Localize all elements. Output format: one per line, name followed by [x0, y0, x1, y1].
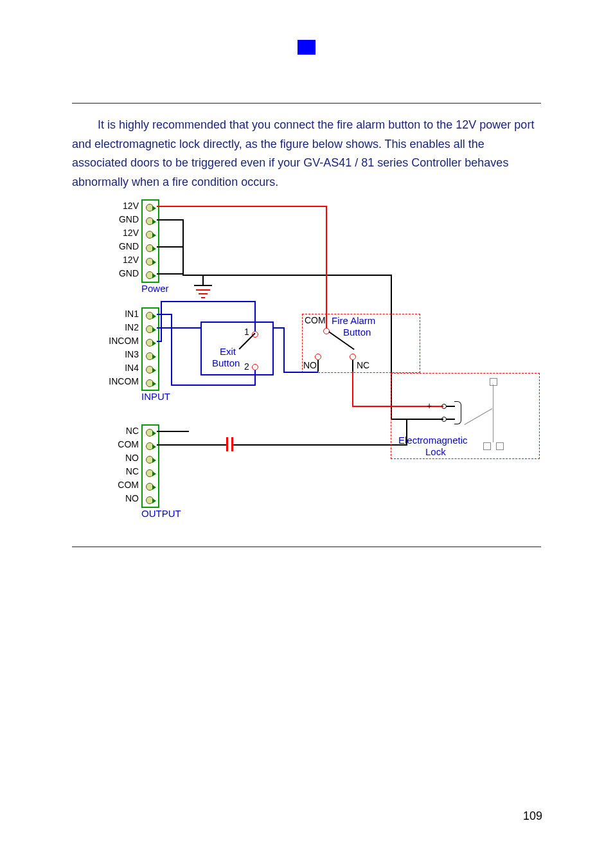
em-lock-minus: -: [427, 413, 430, 424]
power-block-label: Power: [141, 283, 169, 294]
input-pin-in3: IN3: [100, 349, 139, 359]
exit-button-label-1: Exit: [220, 346, 236, 357]
em-lock-box: [391, 373, 540, 459]
em-lock-plus: +: [427, 401, 432, 411]
power-pin-gnd-3: GND: [100, 268, 139, 278]
rule-top: [72, 103, 541, 104]
fire-alarm-label-1: Fire Alarm: [332, 315, 375, 326]
chapter-number: 4: [320, 37, 327, 52]
chapter-badge: [298, 40, 315, 55]
output-pin-nc-2: NC: [100, 466, 139, 476]
input-terminal-block: [141, 307, 159, 391]
document-page: 4 It is highly recommended that you conn…: [0, 0, 613, 868]
input-pin-in2: IN2: [100, 322, 139, 332]
exit-button-label-2: Button: [212, 357, 240, 368]
output-pin-com-2: COM: [100, 480, 139, 490]
input-pin-in1: IN1: [100, 309, 139, 319]
fire-alarm-com-label: COM: [305, 315, 326, 325]
output-pin-com-1: COM: [100, 439, 139, 449]
output-terminal-block: [141, 424, 159, 508]
output-block-label: OUTPUT: [141, 508, 181, 519]
power-pin-gnd-2: GND: [100, 241, 139, 251]
em-lock-label-1: Electromagnetic: [398, 435, 468, 446]
power-pin-12v-2: 12V: [100, 228, 139, 238]
output-pin-no-1: NO: [100, 453, 139, 463]
fire-alarm-nc-label: NC: [357, 360, 369, 370]
exit-button-pin1-label: 1: [244, 327, 249, 337]
fire-alarm-no-label: NO: [303, 360, 317, 370]
rule-bottom: [72, 547, 541, 547]
input-pin-in4: IN4: [100, 363, 139, 373]
power-terminal-block: [141, 199, 159, 283]
power-pin-12v-3: 12V: [100, 255, 139, 265]
power-pin-12v-1: 12V: [100, 201, 139, 211]
em-lock-label-2: Lock: [425, 446, 446, 457]
input-block-label: INPUT: [141, 391, 170, 402]
fire-alarm-label-2: Button: [343, 327, 371, 338]
exit-button-pin2-label: 2: [244, 361, 249, 372]
page-number: 109: [523, 809, 542, 823]
body-paragraph: It is highly recommended that you connec…: [72, 116, 535, 192]
power-pin-gnd-1: GND: [100, 214, 139, 224]
input-pin-incom1: INCOM: [100, 336, 139, 346]
output-pin-no-2: NO: [100, 493, 139, 503]
input-pin-incom2: INCOM: [100, 376, 139, 386]
paragraph-text: It is highly recommended that you connec…: [72, 118, 534, 188]
output-pin-nc-1: NC: [100, 426, 139, 436]
wiring-diagram: 12V GND 12V GND 12V GND Power IN1 IN2 IN…: [72, 199, 541, 547]
